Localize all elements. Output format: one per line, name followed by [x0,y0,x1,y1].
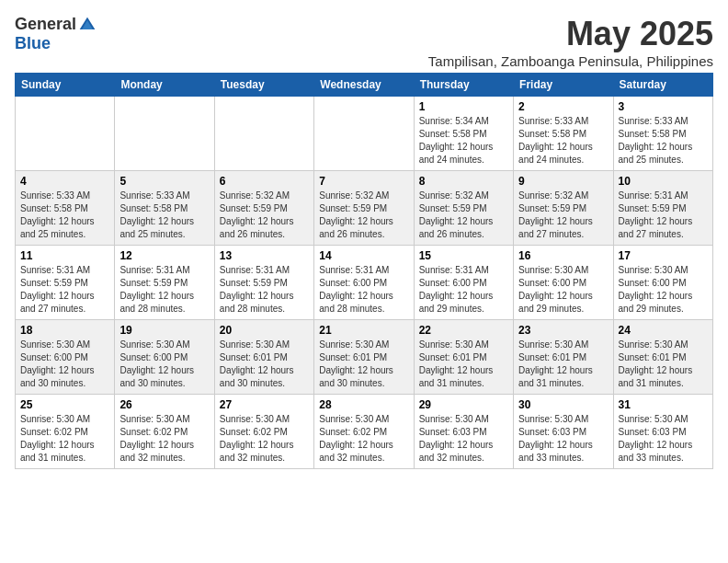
day-info: Sunrise: 5:30 AM Sunset: 6:03 PM Dayligh… [619,413,708,465]
calendar-cell: 24Sunrise: 5:30 AM Sunset: 6:01 PM Dayli… [613,320,712,395]
calendar-week-row: 25Sunrise: 5:30 AM Sunset: 6:02 PM Dayli… [16,395,713,469]
title-block: May 2025 Tampilisan, Zamboanga Peninsula… [428,15,713,69]
day-info: Sunrise: 5:30 AM Sunset: 6:03 PM Dayligh… [518,413,608,465]
day-info: Sunrise: 5:30 AM Sunset: 6:00 PM Dayligh… [119,339,209,390]
day-info: Sunrise: 5:30 AM Sunset: 6:02 PM Dayligh… [119,413,209,465]
calendar-cell: 20Sunrise: 5:30 AM Sunset: 6:01 PM Dayli… [214,320,313,395]
calendar-cell: 2Sunrise: 5:33 AM Sunset: 5:58 PM Daylig… [514,97,613,171]
day-number: 24 [619,324,708,337]
calendar-week-row: 18Sunrise: 5:30 AM Sunset: 6:00 PM Dayli… [16,320,713,395]
day-number: 5 [119,175,209,188]
calendar-cell: 26Sunrise: 5:30 AM Sunset: 6:02 PM Dayli… [115,395,214,469]
day-info: Sunrise: 5:32 AM Sunset: 5:59 PM Dayligh… [319,190,408,241]
month-title: May 2025 [428,15,713,53]
calendar-cell: 30Sunrise: 5:30 AM Sunset: 6:03 PM Dayli… [514,395,613,469]
weekday-header-wednesday: Wednesday [314,74,414,97]
weekday-header-monday: Monday [115,74,214,97]
day-number: 14 [319,249,408,262]
day-info: Sunrise: 5:30 AM Sunset: 6:01 PM Dayligh… [319,339,408,390]
weekday-header-sunday: Sunday [16,74,115,97]
day-info: Sunrise: 5:30 AM Sunset: 6:02 PM Dayligh… [20,413,109,465]
day-number: 2 [518,100,608,113]
day-number: 28 [319,398,408,411]
day-info: Sunrise: 5:30 AM Sunset: 6:01 PM Dayligh… [619,339,708,390]
day-number: 30 [518,398,608,411]
weekday-header-friday: Friday [514,74,613,97]
logo: General Blue [15,15,97,53]
calendar-cell [314,97,414,171]
day-info: Sunrise: 5:32 AM Sunset: 5:59 PM Dayligh… [419,190,508,241]
day-number: 13 [220,249,309,262]
day-info: Sunrise: 5:33 AM Sunset: 5:58 PM Dayligh… [20,190,109,241]
calendar-cell: 3Sunrise: 5:33 AM Sunset: 5:58 PM Daylig… [613,97,712,171]
calendar-cell [214,97,313,171]
weekday-header-thursday: Thursday [414,74,513,97]
day-number: 11 [20,249,109,262]
day-number: 19 [119,324,209,337]
calendar-week-row: 4Sunrise: 5:33 AM Sunset: 5:58 PM Daylig… [16,171,713,246]
day-number: 12 [119,249,209,262]
calendar-cell: 5Sunrise: 5:33 AM Sunset: 5:58 PM Daylig… [115,171,214,246]
calendar-cell: 17Sunrise: 5:30 AM Sunset: 6:00 PM Dayli… [613,246,712,320]
logo-blue-text: Blue [15,34,51,53]
calendar-cell: 10Sunrise: 5:31 AM Sunset: 5:59 PM Dayli… [613,171,712,246]
calendar-cell: 11Sunrise: 5:31 AM Sunset: 5:59 PM Dayli… [16,246,115,320]
calendar-cell: 12Sunrise: 5:31 AM Sunset: 5:59 PM Dayli… [115,246,214,320]
day-info: Sunrise: 5:30 AM Sunset: 6:01 PM Dayligh… [419,339,508,390]
weekday-header-saturday: Saturday [613,74,712,97]
day-number: 4 [20,175,109,188]
calendar-cell: 28Sunrise: 5:30 AM Sunset: 6:02 PM Dayli… [314,395,414,469]
calendar-cell: 31Sunrise: 5:30 AM Sunset: 6:03 PM Dayli… [613,395,712,469]
weekday-header-tuesday: Tuesday [214,74,313,97]
day-number: 27 [220,398,309,411]
day-info: Sunrise: 5:30 AM Sunset: 6:01 PM Dayligh… [518,339,608,390]
day-number: 18 [20,324,109,337]
day-info: Sunrise: 5:31 AM Sunset: 6:00 PM Dayligh… [419,264,508,316]
day-info: Sunrise: 5:32 AM Sunset: 5:59 PM Dayligh… [518,190,608,241]
day-info: Sunrise: 5:31 AM Sunset: 6:00 PM Dayligh… [319,264,408,316]
calendar-cell: 18Sunrise: 5:30 AM Sunset: 6:00 PM Dayli… [16,320,115,395]
day-info: Sunrise: 5:30 AM Sunset: 6:01 PM Dayligh… [220,339,309,390]
day-info: Sunrise: 5:30 AM Sunset: 6:00 PM Dayligh… [619,264,708,316]
day-number: 25 [20,398,109,411]
day-number: 22 [419,324,508,337]
calendar-cell: 9Sunrise: 5:32 AM Sunset: 5:59 PM Daylig… [514,171,613,246]
day-number: 16 [518,249,608,262]
day-info: Sunrise: 5:31 AM Sunset: 5:59 PM Dayligh… [20,264,109,316]
day-number: 21 [319,324,408,337]
day-info: Sunrise: 5:31 AM Sunset: 5:59 PM Dayligh… [619,190,708,241]
calendar-week-row: 11Sunrise: 5:31 AM Sunset: 5:59 PM Dayli… [16,246,713,320]
calendar-cell: 23Sunrise: 5:30 AM Sunset: 6:01 PM Dayli… [514,320,613,395]
calendar-table: SundayMondayTuesdayWednesdayThursdayFrid… [15,73,713,469]
calendar-cell [115,97,214,171]
calendar-week-row: 1Sunrise: 5:34 AM Sunset: 5:58 PM Daylig… [16,97,713,171]
calendar-cell: 15Sunrise: 5:31 AM Sunset: 6:00 PM Dayli… [414,246,513,320]
day-number: 1 [419,100,508,113]
day-number: 10 [619,175,708,188]
day-number: 31 [619,398,708,411]
logo-icon [78,16,97,34]
calendar-cell [16,97,115,171]
day-info: Sunrise: 5:30 AM Sunset: 6:00 PM Dayligh… [518,264,608,316]
calendar-cell: 1Sunrise: 5:34 AM Sunset: 5:58 PM Daylig… [414,97,513,171]
day-number: 6 [220,175,309,188]
day-info: Sunrise: 5:30 AM Sunset: 6:00 PM Dayligh… [20,339,109,390]
calendar-cell: 27Sunrise: 5:30 AM Sunset: 6:02 PM Dayli… [214,395,313,469]
calendar-cell: 7Sunrise: 5:32 AM Sunset: 5:59 PM Daylig… [314,171,414,246]
day-info: Sunrise: 5:33 AM Sunset: 5:58 PM Dayligh… [619,115,708,167]
calendar-cell: 21Sunrise: 5:30 AM Sunset: 6:01 PM Dayli… [314,320,414,395]
logo-general-text: General [15,15,76,34]
day-info: Sunrise: 5:30 AM Sunset: 6:02 PM Dayligh… [220,413,309,465]
calendar-cell: 6Sunrise: 5:32 AM Sunset: 5:59 PM Daylig… [214,171,313,246]
day-info: Sunrise: 5:33 AM Sunset: 5:58 PM Dayligh… [119,190,209,241]
calendar-cell: 8Sunrise: 5:32 AM Sunset: 5:59 PM Daylig… [414,171,513,246]
day-info: Sunrise: 5:31 AM Sunset: 5:59 PM Dayligh… [220,264,309,316]
day-number: 17 [619,249,708,262]
day-number: 23 [518,324,608,337]
calendar-cell: 16Sunrise: 5:30 AM Sunset: 6:00 PM Dayli… [514,246,613,320]
day-number: 7 [319,175,408,188]
day-number: 9 [518,175,608,188]
day-info: Sunrise: 5:30 AM Sunset: 6:03 PM Dayligh… [419,413,508,465]
day-number: 8 [419,175,508,188]
day-number: 20 [220,324,309,337]
